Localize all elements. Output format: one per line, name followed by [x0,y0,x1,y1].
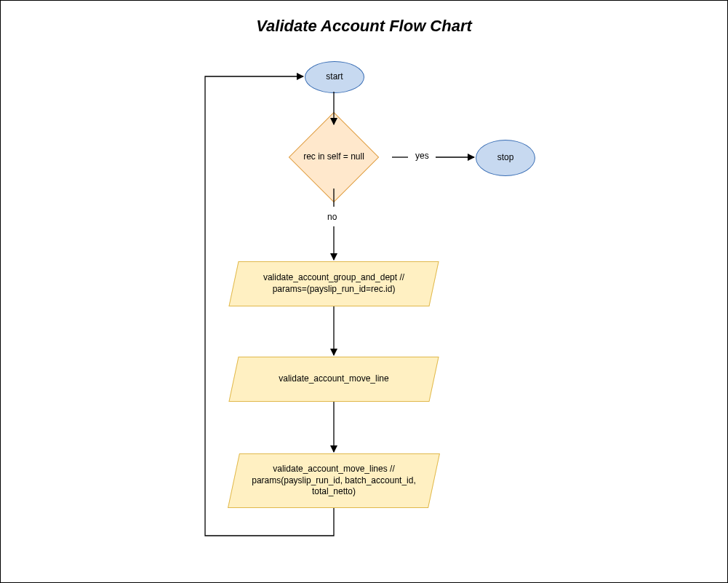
start-label: start [326,71,343,83]
edge-no-label: no [327,212,337,222]
decision-label: rec in self = null [276,126,392,188]
process1-node: validate_account_group_and_dept // param… [233,261,434,306]
stop-label: stop [497,152,514,164]
chart-title: Validate Account Flow Chart [1,17,727,36]
edge-yes-label: yes [415,151,429,161]
decision-node: rec in self = null [276,126,392,188]
process3-label: validate_account_move_lines // params(pa… [233,453,434,508]
stop-node: stop [476,140,535,176]
flowchart-canvas: Validate Account Flow Chart start rec in… [0,0,728,583]
process2-node: validate_account_move_line [233,357,434,402]
process1-label: validate_account_group_and_dept // param… [233,261,434,306]
start-node: start [305,61,364,93]
process3-node: validate_account_move_lines // params(pa… [233,453,434,508]
process2-label: validate_account_move_line [233,357,434,402]
